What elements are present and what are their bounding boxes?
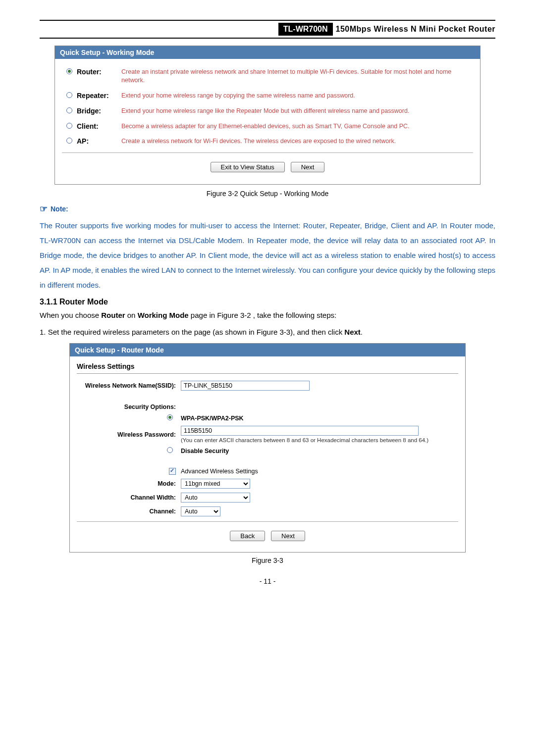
mode-desc: Extend your home wireless range by copyi…	[121, 92, 473, 100]
mode-row-client[interactable]: Client: Become a wireless adapter for an…	[62, 122, 473, 131]
wireless-password-label: Wireless Password:	[77, 431, 181, 438]
radio-icon[interactable]	[66, 92, 72, 98]
hand-icon: ☞	[40, 203, 48, 214]
channel-select[interactable]: Auto	[181, 506, 220, 516]
header-line: TL-WR700N 150Mbps Wireless N Mini Pocket…	[40, 23, 495, 36]
text: 1. Set the required wireless parameters …	[40, 328, 344, 336]
channel-width-label: Channel Width:	[77, 494, 181, 501]
text: page in Figure 3-2 , take the following …	[191, 311, 336, 319]
router-mode-title: Quick Setup - Router Mode	[70, 344, 465, 356]
bold-text: Router	[101, 311, 125, 319]
wpa-psk-label: WPA-PSK/WPA2-PSK	[181, 415, 244, 422]
mode-desc: Create a wireless network for Wi-Fi devi…	[121, 137, 473, 146]
bold-text: Next	[344, 328, 361, 336]
divider	[77, 521, 458, 522]
top-rule	[40, 20, 495, 21]
note-body: The Router supports five working modes f…	[40, 218, 495, 293]
note-label: Note:	[51, 205, 68, 213]
mode-label: Router:	[77, 68, 121, 76]
model-description: 150Mbps Wireless N Mini Pocket Router	[336, 25, 495, 34]
wireless-settings-heading: Wireless Settings	[77, 359, 458, 374]
ssid-label: Wireless Network Name(SSID):	[77, 382, 181, 389]
mode-desc: Create an instant private wireless netwo…	[121, 68, 473, 85]
radio-icon[interactable]	[66, 107, 72, 113]
divider	[62, 152, 473, 153]
section-heading: 3.1.1 Router Mode	[40, 298, 495, 306]
working-mode-panel: Quick Setup - Working Mode Router: Creat…	[54, 46, 481, 185]
text: When you choose	[40, 311, 101, 319]
mode-desc: Extend your home wireless range like the…	[121, 107, 473, 115]
password-help-text: (You can enter ASCII characters between …	[181, 437, 458, 443]
working-mode-title: Quick Setup - Working Mode	[55, 46, 480, 59]
note-heading: ☞ Note:	[40, 203, 495, 214]
channel-label: Channel:	[77, 508, 181, 515]
text: .	[361, 328, 363, 336]
mode-row-ap[interactable]: AP: Create a wireless network for Wi-Fi …	[62, 137, 473, 146]
bold-text: Working Mode	[138, 311, 189, 319]
section-intro: When you choose Router on Working Mode p…	[40, 309, 495, 321]
figure-3-2-caption: Figure 3-2 Quick Setup - Working Mode	[40, 190, 495, 198]
mode-row-bridge[interactable]: Bridge: Extend your home wireless range …	[62, 107, 473, 115]
radio-icon[interactable]	[167, 447, 173, 453]
wireless-password-input[interactable]	[181, 426, 419, 436]
radio-icon[interactable]	[66, 123, 72, 129]
checkbox-icon[interactable]	[169, 468, 176, 475]
mode-desc: Become a wireless adapter for any Ethern…	[121, 122, 473, 131]
mode-label: Client:	[77, 122, 121, 130]
page-number: - 11 -	[40, 577, 495, 585]
router-mode-panel: Quick Setup - Router Mode Wireless Setti…	[69, 343, 466, 553]
exit-to-view-status-button[interactable]: Exit to View Status	[211, 162, 285, 172]
step-1: 1. Set the required wireless parameters …	[40, 326, 495, 338]
ssid-input[interactable]	[181, 381, 310, 391]
mode-select[interactable]: 11bgn mixed	[181, 479, 250, 489]
mode-label: AP:	[77, 137, 121, 145]
text: on	[127, 311, 138, 319]
bottom-rule	[40, 38, 495, 39]
radio-icon[interactable]	[167, 414, 173, 420]
mode-row-repeater[interactable]: Repeater: Extend your home wireless rang…	[62, 92, 473, 100]
next-button-2[interactable]: Next	[271, 531, 305, 541]
disable-security-label: Disable Security	[181, 448, 229, 454]
mode-row-router[interactable]: Router: Create an instant private wirele…	[62, 68, 473, 85]
mode-field-label: Mode:	[77, 480, 181, 487]
mode-label: Bridge:	[77, 107, 121, 115]
advanced-settings-label: Advanced Wireless Settings	[181, 468, 458, 475]
security-options-label: Security Options:	[77, 403, 181, 410]
mode-label: Repeater:	[77, 92, 121, 100]
next-button[interactable]: Next	[291, 162, 325, 172]
radio-icon[interactable]	[66, 138, 72, 144]
channel-width-select[interactable]: Auto	[181, 493, 250, 503]
back-button[interactable]: Back	[230, 531, 265, 541]
figure-3-3-caption: Figure 3-3	[40, 556, 495, 564]
model-number: TL-WR700N	[278, 23, 333, 36]
radio-icon[interactable]	[66, 68, 72, 74]
